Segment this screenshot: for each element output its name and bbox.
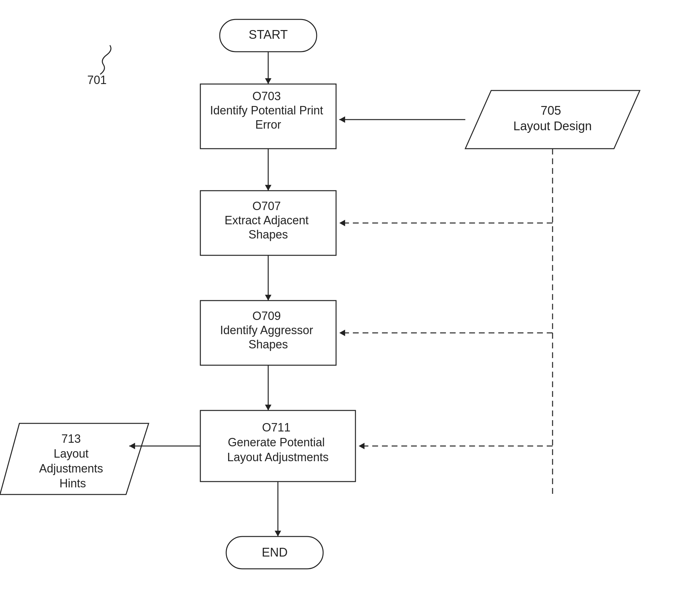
end-label: END	[262, 545, 287, 559]
arrowhead-o707-o709	[265, 295, 271, 300]
arrowhead-start-o703	[265, 78, 271, 84]
arrowhead-dashed-o711	[359, 443, 365, 449]
label-701: 701	[87, 73, 107, 87]
arrowhead-o709-o711	[265, 405, 271, 410]
arrowhead-o703-o707	[265, 185, 271, 191]
flowchart-diagram: 701 START O703 Identify Potential Print …	[0, 0, 697, 616]
arrowhead-705-o703	[339, 116, 345, 123]
arrowhead-dashed-o709	[339, 329, 345, 336]
arrowhead-o711-end	[275, 531, 281, 537]
arrowhead-dashed-o707	[339, 220, 345, 226]
start-label: START	[249, 28, 287, 41]
